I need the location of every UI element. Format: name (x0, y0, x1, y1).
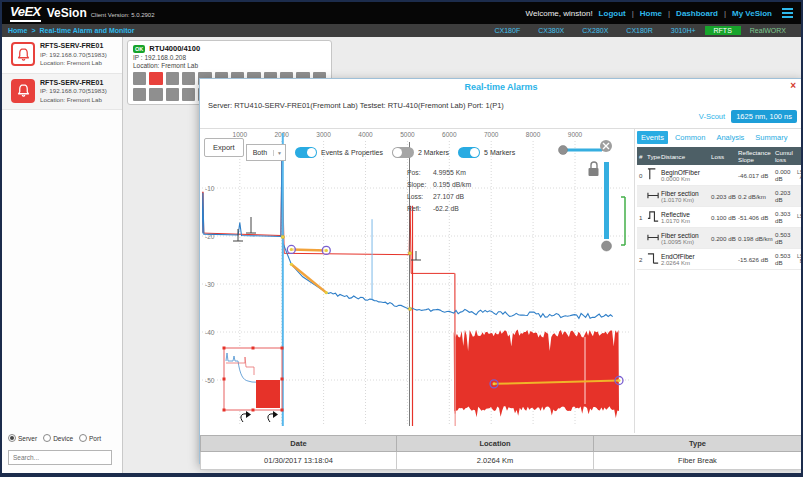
otdr-chart[interactable]: 100020003000400050006000700080009000-10-… (202, 129, 634, 433)
nav-item-realworx[interactable]: RealWORX (741, 26, 795, 35)
summary-value-row: 01/30/2017 13:18:042.0264 KmFiber Break (200, 452, 802, 470)
v-slider-handle[interactable] (602, 241, 612, 251)
vscout-link[interactable]: V-Scout (699, 112, 725, 121)
y-tick-label: -10 (205, 185, 215, 192)
readout-line: Loss:27.107 dB (407, 191, 471, 203)
breadcrumb-home[interactable]: Home (8, 27, 27, 34)
device-title: RTU4000/4100 (149, 44, 200, 53)
h-slider-handle[interactable] (559, 146, 568, 155)
lock-icon (589, 168, 599, 176)
port-cell[interactable] (166, 88, 179, 101)
event-loss: 0.203 dB (711, 193, 738, 200)
event-row[interactable]: 2EndOfFiber2.0264 Km-15.626 dB0.503 dBLS… (637, 249, 802, 270)
event-name: Fiber section (661, 232, 711, 239)
alarm-sidebar: RFTS-SERV-FRE01IP: 192.168.0.70(51983)Lo… (2, 37, 123, 473)
marker-yellow-dot (493, 382, 496, 385)
readout-line: Pos:4.9955 Km (407, 167, 471, 179)
readout-label: Slope: (407, 179, 433, 191)
port-cell-alarm[interactable] (149, 72, 162, 85)
server-info-line: Server: RTU410-SERV-FRE01(Fremont Lab) T… (208, 101, 504, 110)
alarm-name: RFTS-SERV-FRE01 (40, 42, 107, 51)
readout-value: 0.195 dB/km (433, 179, 471, 191)
export-button[interactable]: Export (204, 138, 244, 157)
close-icon[interactable]: × (790, 80, 796, 91)
minimap-handle (281, 409, 284, 412)
dialog-title: Real-time Alarms (200, 82, 802, 92)
nav-bar: Home > Real-time Alarm and Monitor CX180… (2, 24, 801, 37)
event-row[interactable]: 1Reflective1.0170 Km0.100 dB-51.406 dB0.… (637, 207, 802, 228)
pulse-badge: 1625 nm, 100 ns (731, 110, 797, 123)
port-cell[interactable] (166, 72, 179, 85)
event-name-cell: EndOfFiber2.0264 Km (661, 253, 711, 266)
port-cell[interactable] (182, 88, 195, 101)
events-col-header: ReflectanceSlope (738, 149, 775, 163)
tab-events[interactable]: Events (637, 131, 668, 144)
x-tick-label: 4000 (358, 131, 373, 138)
divider (634, 129, 635, 433)
event-loss: 0.200 dB (711, 235, 738, 242)
filter-radio-group: ServerDevicePort (8, 434, 118, 442)
nav-item-cx180f[interactable]: CX180F (486, 26, 530, 35)
tab-summary[interactable]: Summary (751, 131, 791, 144)
event-row[interactable]: Fiber section(1.0095 Km)0.200 dB0.198 dB… (637, 228, 802, 249)
event-name-cell: Reflective1.0170 Km (661, 211, 711, 224)
event-reflectance-slope: 0.198 dB/km (738, 235, 775, 242)
port-cell[interactable] (133, 72, 146, 85)
client-version: Client Version: 5.0.2902 (91, 12, 155, 18)
vesion-logo: VeSion (47, 6, 87, 20)
events-col-header: Loss (711, 153, 738, 160)
top-link-my-vesion[interactable]: My VeSion (732, 9, 772, 18)
alarm-list-item[interactable]: RFTS-SERV-FRE01IP: 192.168.0.70(51983)Lo… (2, 37, 122, 74)
readout-line: Slope:0.195 dB/km (407, 179, 471, 191)
radio-device[interactable]: Device (43, 434, 73, 442)
menu-icon[interactable] (782, 8, 793, 18)
summary-value-type: Fiber Break (593, 452, 802, 470)
minimap-handle (252, 409, 255, 412)
divider: | (668, 9, 670, 18)
tab-common[interactable]: Common (671, 131, 709, 144)
alarm-list-item[interactable]: RFTS-SERV-FRE01IP: 192.168.0.70(51983)Lo… (2, 74, 122, 111)
toggle-events-properties[interactable] (295, 147, 317, 158)
port-cell[interactable] (133, 88, 146, 101)
radio-port[interactable]: Port (79, 434, 101, 442)
event-name: Reflective (661, 211, 711, 218)
toggle-label: 2 Markers (418, 149, 449, 156)
event-row[interactable]: 0BeginOfFiber0.0000 Km-46.017 dB0.000 dB… (637, 165, 802, 186)
search-input[interactable] (8, 450, 112, 465)
event-fiber-section-icon (647, 230, 661, 246)
radio-server[interactable]: Server (8, 434, 37, 442)
noise-blob (454, 330, 619, 418)
events-col-header: Type (647, 153, 661, 160)
breadcrumb-current: Real-time Alarm and Monitor (40, 27, 135, 34)
nav-item-3010h+[interactable]: 3010H+ (662, 26, 705, 35)
toggle-group: 5 Markers (458, 147, 515, 158)
alarm-ip: IP: 192.168.0.70(51983) (40, 87, 107, 96)
top-links: Logout|Home|Dashboard|My VeSion (599, 9, 772, 18)
event-name-cell: Fiber section(1.0170 Km) (661, 190, 711, 203)
event-row[interactable]: Fiber section(1.0170 Km)0.203 dB0.2 dB/k… (637, 186, 802, 207)
top-link-dashboard[interactable]: Dashboard (676, 9, 718, 18)
tab-analysis[interactable]: Analysis (712, 131, 748, 144)
lock-icon (591, 162, 597, 168)
nav-item-cx280x[interactable]: CX280X (573, 26, 617, 35)
x-tick-label: 7000 (484, 131, 499, 138)
port-cell[interactable] (149, 88, 162, 101)
nav-item-cx380x[interactable]: CX380X (529, 26, 573, 35)
nav-item-rfts[interactable]: RFTS (705, 26, 741, 35)
event-reflectance-slope: -46.017 dB (738, 172, 775, 179)
marker-yellow-dot (290, 263, 293, 266)
event-reflectance-slope: -15.626 dB (738, 256, 775, 263)
trace-select[interactable]: Both ▼ (246, 144, 286, 161)
summary-header-row: DateLocationType (200, 435, 802, 452)
minimap-handle (223, 409, 226, 412)
top-link-logout[interactable]: Logout (599, 9, 626, 18)
cursor-readout: Pos:4.9955 KmSlope:0.195 dB/kmLoss:27.10… (407, 167, 471, 215)
nav-item-cx180r[interactable]: CX180R (617, 26, 661, 35)
toggle-label: 5 Markers (484, 149, 515, 156)
top-link-home[interactable]: Home (640, 9, 662, 18)
port-cell[interactable] (182, 72, 195, 85)
toggle-2-markers[interactable] (392, 147, 414, 158)
toggle-5-markers[interactable] (458, 147, 480, 158)
marker-yellow-dot (325, 249, 328, 252)
veex-logo: VeEX (10, 4, 41, 22)
